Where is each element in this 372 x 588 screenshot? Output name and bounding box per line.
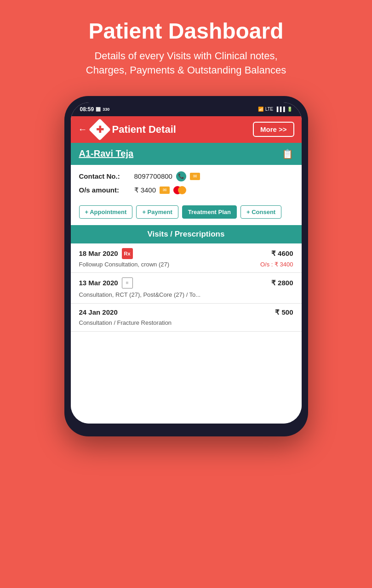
os-value: ₹ 3400 ✉ [134,186,187,194]
document-icon[interactable]: 📋 [282,148,293,159]
os-amount-row: O/s amount: ₹ 3400 ✉ [79,186,293,194]
rx-icon: Rx [122,248,133,259]
header-left: ← ✚ Patient Detail [78,122,176,137]
page-subtitle: Details of every Visits with Clinical no… [86,49,286,78]
patient-info: Contact No.: 8097700800 📞 ✉ O/s amount: … [71,165,302,205]
visit-amount-2: ₹ 2800 [271,279,293,287]
visits-header: Visits / Prescriptions [71,225,302,243]
status-icons: 📶 LTE ▐▐▐ 🔋 [258,107,292,112]
email-icon-2[interactable]: ✉ [160,187,170,194]
contact-row: Contact No.: 8097700800 📞 ✉ [79,171,293,181]
app-logo: ✚ [88,119,110,141]
visit-item-2[interactable]: 13 Mar 2020 ≡ ₹ 2800 Consultation, RCT (… [71,273,302,304]
list-icon: ≡ [122,277,133,288]
empty-area [71,332,302,424]
os-label: O/s amount: [79,186,134,194]
visit-desc-1: Followup Consultation, crown (27) [79,261,170,268]
app-header: ← ✚ Patient Detail More >> [71,116,302,143]
visit-item-1[interactable]: 18 Mar 2020 Rx ₹ 4600 Followup Consultat… [71,243,302,273]
visit-date-3: 24 Jan 2020 [79,308,118,316]
visit-date-2: 13 Mar 2020 ≡ [79,277,133,288]
appointment-button[interactable]: + Appointment [79,205,133,219]
phone-icon[interactable]: 📞 [176,171,186,181]
consent-button[interactable]: + Consent [240,205,281,219]
mastercard-icon [173,186,186,194]
visit-date-1: 18 Mar 2020 Rx [79,248,133,259]
app-title: Patient Detail [112,124,176,136]
phone-screen: 08:59 ⬜ 330 📶 LTE ▐▐▐ 🔋 ← ✚ Patient Deta… [71,102,302,424]
contact-label: Contact No.: [79,172,134,180]
logo-cross-icon: ✚ [96,125,103,134]
visit-desc-2: Consultation, RCT (27), Post&Core (27) /… [79,291,201,298]
contact-value: 8097700800 📞 ✉ [134,171,200,181]
status-time: 08:59 ⬜ 330 [80,106,110,113]
visit-desc-3: Consultation / Fracture Restoration [79,319,172,326]
phone-mockup: 08:59 ⬜ 330 📶 LTE ▐▐▐ 🔋 ← ✚ Patient Deta… [64,96,308,436]
visit-amount-1: ₹ 4600 [271,249,293,258]
visit-item-3[interactable]: 24 Jan 2020 ₹ 500 Consultation / Fractur… [71,304,302,332]
email-icon[interactable]: ✉ [190,173,200,180]
page-title: Patient Dashboard [88,18,283,44]
treatment-plan-button[interactable]: Treatment Plan [182,205,237,219]
more-button[interactable]: More >> [253,122,294,137]
patient-name-bar: A1-Ravi Teja 📋 [71,143,302,165]
visit-amount-3: ₹ 500 [275,308,293,317]
os-amount-1: O/s : ₹ 3400 [260,261,293,268]
action-buttons: + Appointment + Payment Treatment Plan +… [71,205,302,225]
payment-button[interactable]: + Payment [136,205,178,219]
back-button[interactable]: ← [78,124,87,135]
status-bar: 08:59 ⬜ 330 📶 LTE ▐▐▐ 🔋 [71,102,302,116]
patient-name[interactable]: A1-Ravi Teja [79,148,134,159]
